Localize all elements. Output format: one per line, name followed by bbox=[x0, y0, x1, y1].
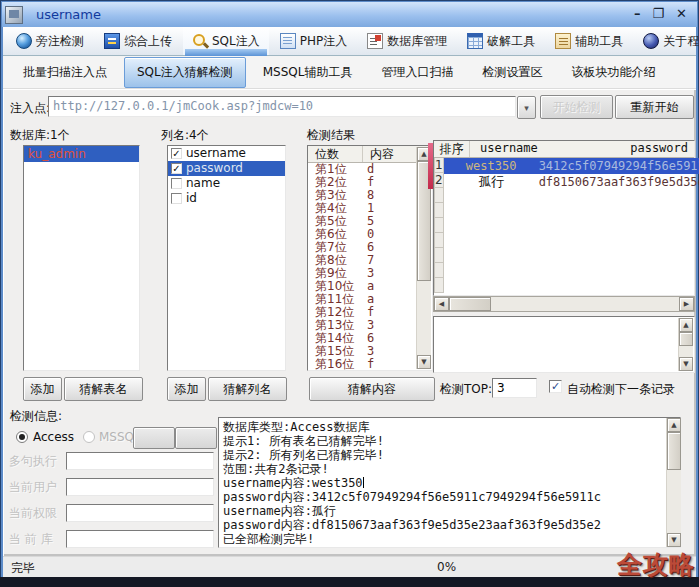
guess-columns-button[interactable]: 猜解列名 bbox=[208, 377, 287, 401]
scrollbar-track[interactable] bbox=[417, 281, 431, 355]
guess-tables-button[interactable]: 猜解表名 bbox=[64, 377, 143, 401]
records-h-scrollbar[interactable]: ◀ ▶ bbox=[433, 296, 695, 312]
info-field-input[interactable] bbox=[66, 478, 214, 496]
main-tab-1[interactable]: 旁注检测 bbox=[7, 27, 93, 55]
info-field-row: 多句执行 bbox=[6, 452, 218, 470]
columns-list[interactable]: ✓username✓passwordnameid bbox=[167, 145, 286, 371]
about-sphere-icon bbox=[643, 33, 659, 49]
database-list[interactable]: ku_admin bbox=[23, 145, 140, 371]
checkbox-icon[interactable]: ✓ bbox=[171, 163, 182, 174]
database-icon bbox=[367, 33, 383, 49]
notepad-icon bbox=[555, 33, 571, 49]
column-label: name bbox=[186, 176, 220, 191]
checkbox-icon[interactable]: ✓ bbox=[171, 148, 182, 159]
record-index-cell bbox=[434, 188, 444, 203]
scroll-down-icon[interactable]: ▼ bbox=[679, 357, 693, 371]
maximize-button[interactable]: ❐ bbox=[652, 5, 664, 23]
title-bar[interactable]: username – ❐ ✕ bbox=[2, 2, 697, 27]
detect-top-label: 检测TOP: bbox=[440, 381, 492, 398]
scroll-right-icon[interactable]: ▶ bbox=[679, 297, 694, 311]
url-dropdown-button[interactable]: ▾ bbox=[517, 96, 536, 119]
sub-tab-4[interactable]: 管理入口扫描 bbox=[369, 57, 465, 87]
injection-point-label: 注入点: bbox=[10, 100, 50, 117]
scroll-down-icon[interactable]: ▼ bbox=[417, 355, 431, 369]
main-tab-3[interactable]: SQL注入 bbox=[183, 27, 269, 55]
guess-content-button[interactable]: 猜解内容 bbox=[309, 377, 435, 401]
injection-url-input[interactable]: http://127.0.0.1/jmCook.asp?jmdcw=10 bbox=[48, 96, 516, 117]
main-tab-label: 辅助工具 bbox=[575, 33, 623, 50]
main-tab-4[interactable]: PHP注入 bbox=[271, 27, 357, 55]
secondary-scrollbar[interactable]: ▲ ▼ bbox=[678, 318, 693, 371]
record-index-col: 12 bbox=[434, 158, 444, 295]
log-line: 提示2: 所有列名已猜解完毕! bbox=[223, 448, 676, 462]
records-header-username: username bbox=[470, 141, 570, 157]
column-item[interactable]: name bbox=[168, 176, 285, 191]
scroll-down-icon[interactable]: ▼ bbox=[667, 533, 681, 547]
log-line: 范围:共有2条记录! bbox=[223, 462, 676, 476]
sub-tab-bar: 批量扫描注入点SQL注入猜解检测MSSQL辅助工具管理入口扫描检测设置区该板块功… bbox=[3, 56, 696, 89]
sub-tab-1[interactable]: 批量扫描注入点 bbox=[11, 57, 119, 87]
main-tab-5[interactable]: 数据库管理 bbox=[358, 27, 456, 55]
checkbox-icon[interactable] bbox=[171, 178, 182, 189]
info-field-input[interactable] bbox=[66, 452, 214, 470]
result-header-pos: 位数 bbox=[308, 146, 363, 162]
info-field-label: 当前用户 bbox=[6, 479, 66, 496]
start-detect-button[interactable]: 开始检测 bbox=[540, 95, 613, 119]
info-field-row: 当 前 库 bbox=[6, 530, 218, 548]
column-item[interactable]: ✓username bbox=[168, 146, 285, 161]
main-tab-label: 综合上传 bbox=[124, 33, 172, 50]
scrollbar-thumb[interactable] bbox=[667, 432, 681, 470]
database-item[interactable]: ku_admin bbox=[24, 146, 139, 162]
restart-button[interactable]: 重新开始 bbox=[615, 95, 694, 119]
main-tab-8[interactable]: 关于程序 bbox=[634, 27, 699, 55]
scroll-up-icon[interactable]: ▲ bbox=[667, 418, 681, 432]
result-row[interactable]: 第16位f bbox=[308, 358, 417, 370]
disabled-button-1[interactable] bbox=[133, 427, 175, 449]
scrollbar-thumb[interactable] bbox=[679, 332, 693, 346]
main-tab-6[interactable]: 破解工具 bbox=[458, 27, 544, 55]
info-log[interactable]: 数据库类型:Access数据库提示1: 所有表名已猜解完毕!提示2: 所有列名已… bbox=[218, 417, 681, 548]
log-line: username内容:孤行 bbox=[223, 504, 676, 518]
log-scrollbar[interactable]: ▲ ▼ bbox=[666, 418, 681, 547]
record-row[interactable]: west3503412c5f07949294f56e5911c bbox=[444, 158, 699, 174]
record-index-cell bbox=[434, 233, 444, 248]
detect-top-input[interactable]: 3 bbox=[492, 378, 537, 398]
sub-tab-6[interactable]: 该板块功能介绍 bbox=[559, 57, 667, 87]
info-field-input[interactable] bbox=[66, 530, 214, 548]
auto-next-checkbox[interactable]: ✓ bbox=[549, 380, 562, 393]
column-item[interactable]: id bbox=[168, 191, 285, 206]
mssql-radio[interactable] bbox=[83, 431, 95, 443]
record-row[interactable]: 孤行df8150673aaf363f9e5d35e2 bbox=[444, 174, 699, 190]
access-radio[interactable] bbox=[16, 431, 28, 443]
window-title: username bbox=[36, 7, 101, 22]
scroll-up-icon[interactable]: ▲ bbox=[679, 318, 693, 332]
scroll-left-icon[interactable]: ◀ bbox=[434, 297, 449, 311]
main-tab-label: SQL注入 bbox=[212, 33, 260, 50]
record-index-cell: 1 bbox=[434, 158, 444, 173]
sub-tab-5[interactable]: 检测设置区 bbox=[470, 57, 554, 87]
sub-tab-2[interactable]: SQL注入猜解检测 bbox=[124, 57, 246, 88]
sub-tab-3[interactable]: MSSQL辅助工具 bbox=[251, 57, 365, 87]
checkbox-icon[interactable] bbox=[171, 193, 182, 204]
result-position: 第16位 bbox=[308, 358, 363, 370]
add-database-button[interactable]: 添加 bbox=[23, 377, 62, 401]
main-tab-2[interactable]: 综合上传 bbox=[95, 27, 181, 55]
column-item[interactable]: ✓password bbox=[168, 161, 285, 176]
scrollbar-track[interactable] bbox=[679, 346, 693, 357]
secondary-result-box[interactable]: ▲ ▼ bbox=[433, 316, 695, 373]
info-field-input[interactable] bbox=[66, 504, 214, 522]
disabled-button-2[interactable] bbox=[175, 427, 217, 449]
close-button[interactable]: ✕ bbox=[676, 5, 687, 23]
info-field-row: 当前用户 bbox=[6, 478, 218, 496]
result-table[interactable]: 位数 内容 第1位d第2位f第3位8第4位1第5位5第6位0第7位6第8位7第9… bbox=[307, 145, 433, 371]
upload-icon bbox=[104, 33, 120, 49]
scrollbar-track[interactable] bbox=[667, 470, 681, 533]
minimize-button[interactable]: – bbox=[634, 5, 641, 23]
php-page-icon bbox=[280, 33, 296, 49]
result-value: f bbox=[363, 358, 374, 370]
main-tab-7[interactable]: 辅助工具 bbox=[546, 27, 632, 55]
add-column-button[interactable]: 添加 bbox=[167, 377, 206, 401]
scrollbar-track[interactable] bbox=[491, 297, 679, 311]
scrollbar-thumb[interactable] bbox=[449, 297, 491, 311]
records-table[interactable]: 排序 username password 12 west3503412c5f07… bbox=[433, 140, 695, 296]
